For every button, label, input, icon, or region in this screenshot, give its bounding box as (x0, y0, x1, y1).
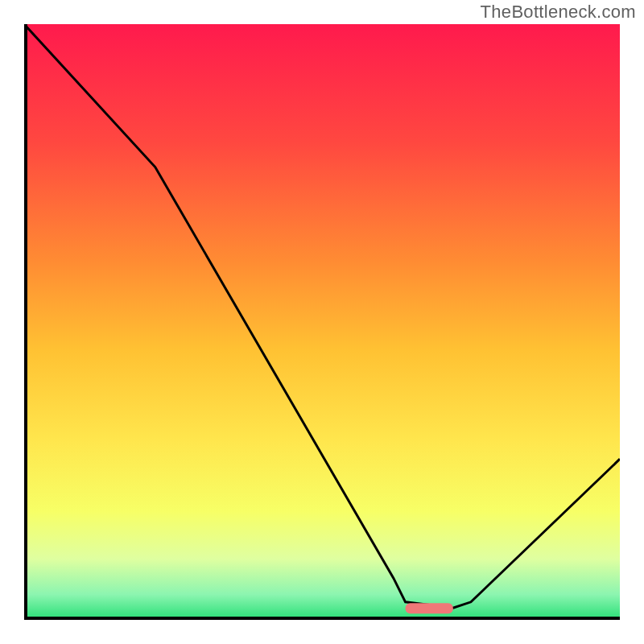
bottleneck-chart (24, 24, 620, 620)
chart-container: TheBottleneck.com (0, 0, 644, 644)
gradient-background (26, 24, 620, 618)
optimum-marker (406, 603, 453, 613)
watermark-text: TheBottleneck.com (481, 2, 636, 23)
